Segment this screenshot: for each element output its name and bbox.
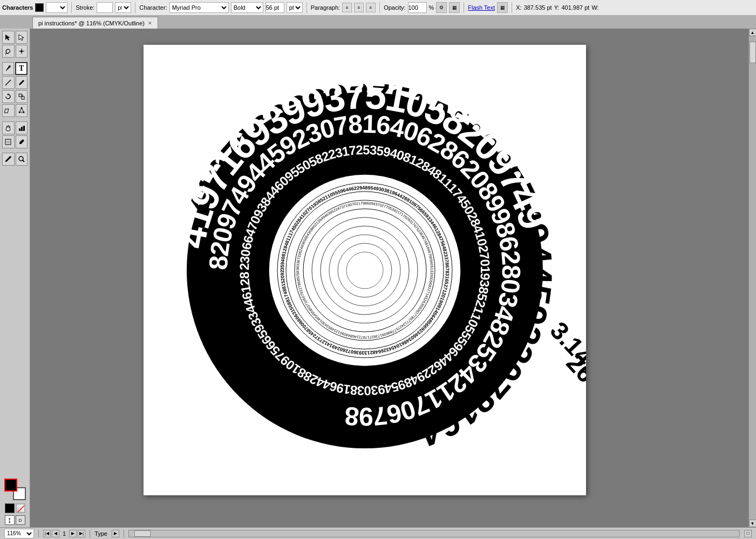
tab-close-btn[interactable]: ✕ (148, 21, 152, 26)
stroke-color-box[interactable] (35, 3, 44, 12)
page-number: 1 (63, 530, 66, 537)
flash-text-label: Flash Text (468, 4, 495, 11)
eyedropper-tool[interactable] (2, 153, 15, 166)
right-scrollbar: ▲ ▼ (748, 29, 756, 527)
svg-marker-1 (19, 35, 24, 40)
svg-point-31 (19, 156, 23, 161)
stroke-input[interactable] (97, 2, 113, 13)
tool-row-2 (2, 45, 28, 58)
bottom-bar: 116% |◀ ◀ 1 ▶ ▶| Type ▶ □ (0, 527, 756, 539)
scroll-down-btn[interactable]: ▼ (749, 520, 757, 527)
line-tool[interactable] (2, 76, 15, 89)
opacity-input[interactable] (408, 2, 427, 13)
canvas-area: 3.14159265358979323846264338327950288419… (30, 29, 748, 527)
svg-rect-24 (21, 127, 23, 131)
main-toolbar: Characters Stroke: pt Character: Myriad … (0, 0, 756, 16)
svg-line-2 (5, 53, 6, 54)
stroke-unit[interactable]: pt (115, 2, 131, 13)
x-label: X: (516, 4, 521, 11)
pen-tool[interactable] (2, 62, 14, 75)
tool-row-3: T (2, 62, 28, 75)
prev-page-btn[interactable]: ◀ (52, 530, 59, 537)
w-label: W: (591, 4, 598, 11)
fg-color-box[interactable] (4, 479, 17, 492)
last-page-btn[interactable]: ▶| (78, 530, 85, 537)
type-tool active-tool[interactable]: T (15, 62, 28, 75)
tool-row-5 (2, 90, 28, 103)
h-scroll-track (128, 530, 740, 537)
svg-point-18 (21, 107, 22, 109)
no-fill-box[interactable] (16, 503, 25, 513)
document-canvas: 3.14159265358979323846264338327950288419… (144, 45, 586, 495)
svg-line-32 (23, 160, 24, 162)
column-graph-tool[interactable] (16, 121, 28, 134)
align-left-btn[interactable]: ≡ (342, 3, 352, 12)
stroke-label: Stroke: (76, 4, 94, 11)
align-center-btn[interactable]: ≡ (354, 3, 364, 12)
pi-spiral-artwork: 3.14159265358979323846264338327950288419… (144, 45, 586, 495)
x-value: 387.535 pt (524, 4, 552, 11)
svg-point-17 (23, 112, 24, 113)
svg-point-16 (18, 112, 20, 113)
swap-btn[interactable]: ↕ (5, 515, 15, 525)
options-btn[interactable]: ⚙ (436, 2, 447, 13)
svg-point-19 (6, 127, 10, 131)
tool-row-9 (2, 153, 28, 166)
h-scroll-thumb[interactable] (134, 530, 151, 537)
direct-select-tool[interactable] (16, 31, 28, 44)
fg-bg-colors[interactable] (4, 479, 26, 500)
svg-point-7 (21, 50, 23, 52)
font-size-unit[interactable]: pt (287, 2, 303, 13)
stroke-dropdown[interactable] (46, 2, 67, 13)
align-right-btn[interactable]: ≡ (366, 3, 376, 12)
lasso-tool[interactable] (2, 45, 15, 58)
shear-tool[interactable] (2, 104, 15, 117)
document-tab[interactable]: pi instructions* @ 116% (CMYK/Outline) ✕ (32, 17, 158, 29)
scroll-track (749, 36, 757, 520)
eraser-tool[interactable] (16, 135, 28, 148)
symbol-spray-tool[interactable] (2, 121, 15, 134)
svg-rect-15 (4, 109, 9, 113)
next-page-btn[interactable]: ▶ (69, 530, 77, 537)
slice-tool[interactable] (2, 135, 15, 148)
svg-line-33 (18, 506, 24, 512)
main-area: T (0, 29, 756, 527)
settings-btn[interactable]: ▦ (449, 2, 460, 13)
pencil-tool[interactable] (16, 76, 28, 89)
svg-rect-11 (19, 94, 22, 97)
svg-point-22 (9, 126, 10, 127)
zoom-select[interactable]: 116% (4, 529, 34, 538)
font-family-select[interactable]: Myriad Pro (169, 2, 229, 13)
default-colors-btn[interactable]: D (16, 515, 25, 525)
bottom-divider-2 (90, 530, 90, 537)
y-label: Y: (554, 4, 560, 11)
font-weight-select[interactable]: Bold (231, 2, 263, 13)
color-section: ↕ D (2, 479, 28, 525)
svg-rect-23 (19, 128, 21, 131)
zoom-tool[interactable] (16, 153, 28, 166)
tool-row-8 (2, 135, 28, 148)
svg-rect-12 (22, 97, 24, 99)
flash-settings-btn[interactable]: ▦ (497, 2, 508, 13)
scroll-corner: □ (744, 530, 752, 537)
tool-row-4 (2, 76, 28, 89)
svg-point-73 (346, 252, 383, 289)
font-size-input[interactable] (265, 2, 284, 13)
svg-point-21 (8, 125, 9, 126)
scale-tool[interactable] (16, 90, 28, 103)
scroll-thumb[interactable] (750, 42, 756, 63)
svg-point-20 (6, 126, 8, 127)
tab-bar: pi instructions* @ 116% (CMYK/Outline) ✕ (0, 16, 756, 29)
type-arrow-btn[interactable]: ▶ (112, 530, 119, 537)
scroll-up-btn[interactable]: ▲ (749, 29, 757, 36)
bottom-divider-1 (38, 530, 39, 537)
paragraph-label: Paragraph: (311, 4, 340, 11)
tool-row-1 (2, 31, 28, 44)
free-transform-tool[interactable] (16, 104, 28, 117)
color-fill-box[interactable] (5, 503, 15, 513)
first-page-btn[interactable]: |◀ (43, 530, 51, 537)
tools-panel: T (0, 29, 30, 527)
select-tool[interactable] (2, 31, 15, 44)
magic-wand-tool[interactable] (16, 45, 28, 58)
rotate-tool[interactable] (2, 90, 15, 103)
